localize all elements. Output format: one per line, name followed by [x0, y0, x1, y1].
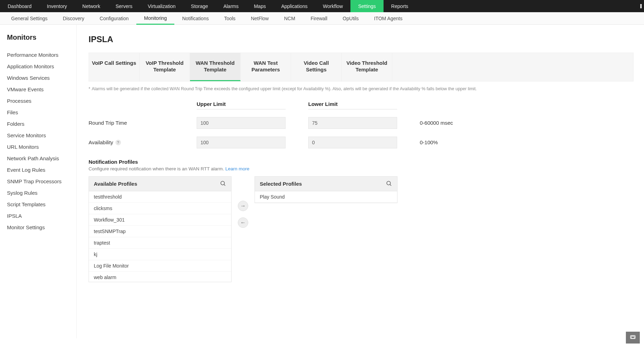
sidebar-item-script-templates[interactable]: Script Templates [7, 199, 76, 210]
main-content: IPSLA VoIP Call SettingsVoIP Threshold T… [77, 25, 644, 338]
available-profile-item[interactable]: traptest [89, 237, 231, 249]
topnav-item-virtualization[interactable]: Virtualization [140, 0, 183, 12]
subnav-item-tools[interactable]: Tools [217, 12, 243, 25]
available-profile-item[interactable]: Workflow_301 [89, 214, 231, 226]
subnav-item-monitoring[interactable]: Monitoring [136, 12, 174, 25]
more-menu-icon[interactable]: ••• [640, 4, 641, 8]
tab-video-threshold-template[interactable]: Video Threshold Template [342, 53, 392, 81]
topnav-item-applications[interactable]: Applications [273, 0, 315, 12]
topnav-item-settings[interactable]: Settings [350, 0, 384, 12]
sidebar-item-application-monitors[interactable]: Application Monitors [7, 61, 76, 72]
selected-profile-item[interactable]: Play Sound [255, 191, 397, 203]
ipsla-tabs: VoIP Call SettingsVoIP Threshold Templat… [89, 53, 634, 82]
svg-line-3 [390, 184, 391, 186]
sidebar-item-event-log-rules[interactable]: Event Log Rules [7, 164, 76, 176]
selected-profiles-list: Play Sound [255, 191, 397, 203]
sidebar-item-windows-services[interactable]: Windows Services [7, 72, 76, 84]
sidebar-item-files[interactable]: Files [7, 107, 76, 118]
svg-point-2 [387, 181, 391, 185]
search-icon[interactable] [386, 180, 392, 187]
availability-lower-input[interactable] [308, 137, 397, 148]
available-profile-item[interactable]: clicksms [89, 203, 231, 214]
subnav-item-oputils[interactable]: OpUtils [335, 12, 366, 25]
sidebar-item-syslog-rules[interactable]: Syslog Rules [7, 187, 76, 199]
tab-voip-call-settings[interactable]: VoIP Call Settings [89, 53, 139, 81]
sidebar-item-network-path-analysis[interactable]: Network Path Analysis [7, 153, 76, 164]
page-title: IPSLA [89, 34, 634, 44]
notification-profiles-sub: Configure required notification when the… [89, 166, 634, 171]
svg-rect-5 [631, 336, 635, 338]
selected-profiles-label: Selected Profiles [260, 181, 302, 187]
row-label-availability: Availability ? [89, 139, 197, 145]
available-profiles-box: Available Profiles testthresholdclicksms… [89, 176, 232, 282]
top-nav: DashboardInventoryNetworkServersVirtuali… [0, 0, 644, 12]
sub-nav: General SettingsDiscoveryConfigurationMo… [0, 12, 644, 25]
topnav-item-reports[interactable]: Reports [384, 0, 416, 12]
sidebar-item-folders[interactable]: Folders [7, 118, 76, 130]
subnav-item-discovery[interactable]: Discovery [55, 12, 92, 25]
available-profile-item[interactable]: Log File Monitor [89, 260, 231, 272]
topnav-item-dashboard[interactable]: Dashboard [0, 0, 39, 12]
info-note: *Alarms will be generated if the collect… [89, 86, 634, 91]
sidebar-item-ipsla[interactable]: IPSLA [7, 210, 76, 222]
rtt-lower-input[interactable] [308, 117, 397, 129]
sidebar-item-processes[interactable]: Processes [7, 95, 76, 107]
search-icon[interactable] [220, 180, 226, 187]
sidebar-list: Performance MonitorsApplication Monitors… [7, 49, 76, 233]
sidebar-item-service-monitors[interactable]: Service Monitors [7, 130, 76, 141]
notification-profiles-heading: Notification Profiles [89, 159, 634, 165]
available-profile-item[interactable]: testSNMPTrap [89, 226, 231, 237]
sidebar-item-snmp-trap-processors[interactable]: SNMP Trap Processors [7, 176, 76, 187]
topnav-item-workflow[interactable]: Workflow [315, 0, 350, 12]
subnav-item-netflow[interactable]: NetFlow [243, 12, 276, 25]
row-label-rtt: Round Trip Time [89, 120, 197, 126]
sidebar-item-url-monitors[interactable]: URL Monitors [7, 141, 76, 153]
rtt-range: 0-60000 msec [420, 120, 490, 126]
svg-line-1 [224, 184, 225, 186]
available-profile-item[interactable]: web alarm [89, 272, 231, 282]
sidebar-item-performance-monitors[interactable]: Performance Monitors [7, 49, 76, 61]
profiles-transfer: Available Profiles testthresholdclicksms… [89, 176, 634, 282]
help-icon[interactable]: ? [115, 140, 121, 145]
tab-voip-threshold-template[interactable]: VoIP Threshold Template [139, 53, 190, 81]
selected-profiles-box: Selected Profiles Play Sound [255, 176, 397, 203]
subnav-item-itom-agents[interactable]: ITOM Agents [366, 12, 410, 25]
rtt-upper-input[interactable] [197, 117, 286, 129]
topnav-item-servers[interactable]: Servers [108, 0, 140, 12]
available-profile-item[interactable]: kj [89, 249, 231, 260]
topnav-item-maps[interactable]: Maps [246, 0, 273, 12]
tab-wan-threshold-template[interactable]: WAN Threshold Template [190, 53, 241, 81]
availability-upper-input[interactable] [197, 137, 286, 148]
available-profiles-label: Available Profiles [94, 181, 137, 187]
topnav-item-inventory[interactable]: Inventory [39, 0, 75, 12]
subnav-item-general-settings[interactable]: General Settings [3, 12, 55, 25]
chat-icon[interactable] [626, 332, 640, 338]
tab-video-call-settings[interactable]: Video Call Settings [291, 53, 342, 81]
topnav-item-storage[interactable]: Storage [183, 0, 216, 12]
sidebar-title: Monitors [7, 33, 76, 41]
sidebar-item-monitor-settings[interactable]: Monitor Settings [7, 222, 76, 233]
move-right-button[interactable]: → [238, 201, 248, 211]
move-left-button[interactable]: ← [238, 217, 248, 228]
available-profile-item[interactable]: testthreshold [89, 191, 231, 203]
svg-point-0 [221, 181, 225, 185]
subnav-item-ncm[interactable]: NCM [276, 12, 303, 25]
subnav-item-notifications[interactable]: Notifications [174, 12, 216, 25]
topnav-item-network[interactable]: Network [75, 0, 108, 12]
sidebar: Monitors Performance MonitorsApplication… [0, 25, 77, 338]
available-profiles-list: testthresholdclicksmsWorkflow_301testSNM… [89, 191, 231, 282]
threshold-grid: Upper Limit Lower Limit Round Trip Time … [89, 101, 634, 148]
tab-wan-test-parameters[interactable]: WAN Test Parameters [241, 53, 291, 81]
learn-more-link[interactable]: Learn more [225, 166, 249, 171]
topnav-item-alarms[interactable]: Alarms [216, 0, 247, 12]
upper-limit-header: Upper Limit [197, 101, 286, 109]
availability-range: 0-100% [420, 139, 490, 145]
subnav-item-firewall[interactable]: Firewall [303, 12, 335, 25]
subnav-item-configuration[interactable]: Configuration [92, 12, 136, 25]
lower-limit-header: Lower Limit [308, 101, 397, 109]
sidebar-item-vmware-events[interactable]: VMware Events [7, 84, 76, 95]
